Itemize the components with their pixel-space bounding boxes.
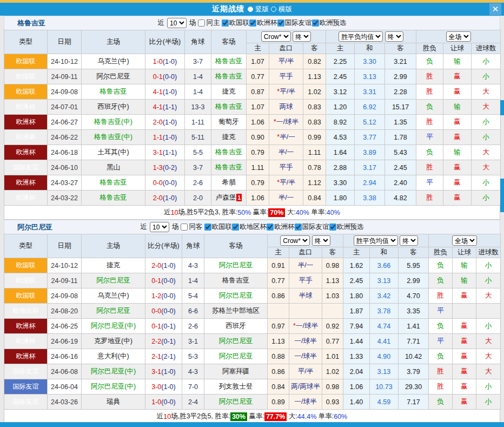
- handicap-odds-home: 0.79: [247, 175, 269, 190]
- league-filter-欧国联[interactable]: 欧国联: [204, 222, 233, 232]
- wdl-away-odds: 5.95: [399, 258, 429, 273]
- league-filter-欧洲杯[interactable]: 欧洲杯: [267, 222, 295, 232]
- same-venue-label[interactable]: 同主: [207, 18, 220, 28]
- goals-cell: 大: [476, 288, 501, 304]
- home-team: 阿尔巴尼亚(中): [82, 319, 145, 334]
- match-count-select[interactable]: 10: [167, 18, 187, 28]
- league-filter-欧洲预选[interactable]: 欧洲预选: [329, 222, 364, 232]
- league-checkbox[interactable]: [295, 224, 302, 231]
- corner-cell: 3-1: [182, 334, 204, 349]
- handicap-line: *平/半: [269, 175, 303, 190]
- league-filter-国际友谊[interactable]: 国际友谊: [295, 222, 329, 232]
- wdl-stage-select[interactable]: 终: [385, 31, 403, 42]
- league-filter-欧洲预选[interactable]: 欧洲预选: [312, 18, 347, 28]
- col-away: 客场: [204, 234, 268, 258]
- date-cell: 24-06-08: [48, 364, 82, 379]
- col-corner: 角球: [185, 30, 211, 54]
- col-wdl-home: 主: [326, 43, 355, 54]
- handicap-odds-away: 0.78: [303, 160, 326, 175]
- result-cell: 负: [429, 395, 453, 410]
- col-handicap-result: 让球: [453, 247, 476, 258]
- same-venue-checkbox[interactable]: [198, 19, 205, 27]
- result-cell: 胜: [429, 379, 453, 395]
- odds-stage-select[interactable]: 终: [293, 31, 311, 42]
- league-checkbox[interactable]: [222, 19, 229, 27]
- team-count-badge: 1: [236, 194, 242, 201]
- match-scope-select[interactable]: 全场: [446, 31, 471, 42]
- league-filter-label: 欧地区杯: [240, 222, 267, 232]
- wdl-home-odds: 7.94: [343, 319, 370, 334]
- result-cell: 平: [429, 304, 453, 319]
- corner-cell: 2-0: [185, 190, 211, 206]
- corner-cell: 6-6: [182, 304, 204, 319]
- home-team: 阿尔巴尼亚(中): [82, 379, 145, 395]
- league-filter-欧地区杯[interactable]: 欧地区杯: [232, 222, 267, 232]
- bottom-accent-bar: [0, 422, 504, 427]
- radio-vertical-layout[interactable]: [248, 6, 253, 12]
- corner-cell: 1-11: [185, 115, 211, 130]
- league-badge: 欧洲杯: [4, 130, 48, 145]
- handicap-line: 两/两球半: [289, 379, 322, 395]
- league-checkbox[interactable]: [204, 224, 211, 231]
- goals-cell: 大: [476, 349, 501, 364]
- halftime-score: (1-0): [161, 262, 175, 270]
- league-checkbox[interactable]: [232, 224, 239, 231]
- match-row: 欧洲杯24-06-16意大利(中)2-1(2-1)5-3阿尔巴尼亚0.88一/球…: [4, 349, 501, 364]
- wdl-draw-odds: 4.41: [370, 334, 399, 349]
- match-scope-select[interactable]: 全场: [452, 235, 477, 246]
- radio-vertical-label[interactable]: 竖版: [255, 5, 269, 14]
- radio-horizontal-layout[interactable]: [271, 6, 276, 12]
- same-venue-label[interactable]: 同客: [189, 222, 203, 232]
- league-checkbox[interactable]: [277, 19, 284, 27]
- goals-cell: 大: [476, 334, 501, 349]
- radio-horizontal-label[interactable]: 横版: [278, 5, 292, 14]
- league-checkbox[interactable]: [249, 19, 256, 27]
- fulltime-score: 1-0: [153, 58, 163, 65]
- wdl-draw-odds: 3.17: [355, 160, 385, 175]
- fulltime-score: 1-2: [151, 292, 161, 300]
- wdl-average-select[interactable]: 胜平负均值: [354, 235, 398, 246]
- handicap-odds-away: 1.02: [322, 364, 343, 379]
- col-result: 胜负: [429, 247, 453, 258]
- score-cell: 1-0(1-0): [145, 54, 185, 69]
- goals-cell: 大: [472, 84, 501, 100]
- fulltime-score: 2-1: [151, 353, 161, 360]
- goals-cell: 小: [472, 190, 501, 206]
- scrollbar-thumb[interactable]: [500, 100, 504, 115]
- league-filter-国际友谊[interactable]: 国际友谊: [277, 18, 312, 28]
- wdl-draw-odds: 3.66: [370, 258, 399, 273]
- result-cell: 负: [416, 145, 443, 160]
- wdl-home-odds: 1.80: [326, 190, 355, 206]
- wdl-away-odds: 5.43: [385, 145, 416, 160]
- odds-company-select[interactable]: Crow*: [261, 31, 291, 42]
- league-filter-欧洲杯[interactable]: 欧洲杯: [249, 18, 277, 28]
- handicap-result-cell: 赢: [453, 364, 476, 379]
- away-team: 格鲁吉亚: [204, 273, 268, 288]
- home-team: 阿尔巴尼亚: [82, 273, 145, 288]
- handicap-result-cell: 赢: [443, 160, 472, 175]
- odds-stage-select[interactable]: 终: [312, 235, 330, 246]
- close-icon[interactable]: ✕: [489, 3, 501, 15]
- fulltime-score: 3-1: [151, 368, 161, 376]
- goals-cell: 小: [476, 379, 501, 395]
- same-venue-checkbox[interactable]: [181, 224, 188, 231]
- league-checkbox[interactable]: [329, 224, 336, 231]
- summary-text: 场,胜3平2负5, 胜率:: [171, 412, 230, 421]
- handicap-line: 平手: [269, 69, 303, 84]
- corner-cell: 2-6: [185, 175, 211, 190]
- goals-cell: 大: [472, 145, 501, 160]
- wdl-average-select[interactable]: 胜平负均值: [339, 31, 383, 42]
- wdl-home-odds: 1.33: [343, 349, 370, 364]
- handicap-odds-away: 0.92: [322, 319, 343, 334]
- league-checkbox[interactable]: [267, 224, 274, 231]
- scrollbar-thumb[interactable]: [500, 179, 504, 212]
- handicap-result-cell: [453, 304, 476, 319]
- result-cell: 平: [416, 130, 443, 145]
- match-count-select[interactable]: 10: [150, 222, 169, 232]
- league-filter-欧国联[interactable]: 欧国联: [222, 18, 250, 28]
- league-checkbox[interactable]: [312, 19, 319, 27]
- odds-company-select[interactable]: Crow*: [280, 235, 310, 246]
- wdl-stage-select[interactable]: 终: [400, 235, 418, 246]
- handicap-odds-home: [268, 304, 289, 319]
- match-row: 欧洲杯24-06-25阿尔巴尼亚(中)0-1(0-1)2-6西班牙0.97*一/…: [4, 319, 501, 334]
